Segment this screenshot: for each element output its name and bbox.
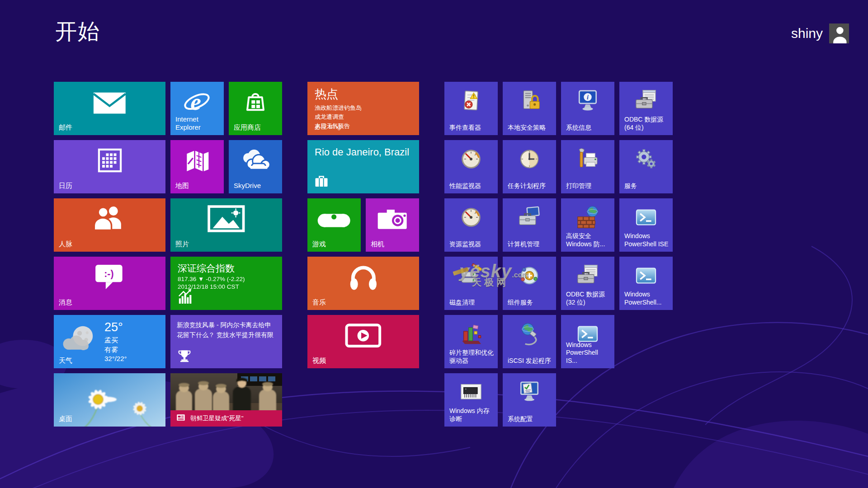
weather-city: 孟买 (104, 336, 127, 345)
bing-tile[interactable]: 热点渔政船漂进钓鱼岛成龙遭调查末日天气预告必应 Bing (307, 82, 419, 135)
tile-label: 计算机管理 (508, 240, 552, 249)
performance-monitor-tile[interactable]: 性能监视器 (444, 140, 498, 193)
weather-range: 32°/22° (104, 354, 127, 363)
skydrive-tile[interactable]: SkyDrive (229, 140, 282, 193)
maps-tile[interactable]: 地图 (170, 140, 224, 193)
calendar-tile[interactable]: 日历 (54, 140, 165, 193)
tile-label: 人脉 (59, 240, 162, 249)
stock-quote: 817.36 ▼ -0.27% (-2.22) (178, 276, 282, 282)
resource-monitor-tile[interactable]: 资源监视器 (444, 198, 498, 252)
people-tile[interactable]: 人脉 (54, 198, 165, 252)
gears-icon (633, 146, 659, 174)
tile-label: ODBC 数据源(32 位) (566, 291, 611, 306)
music-tile[interactable]: 音乐 (307, 257, 419, 310)
tile-label: 服务 (624, 182, 669, 190)
printer-wrench-icon (575, 146, 600, 174)
powershell-ise-tile[interactable]: WindowsPowerShell ISE (619, 198, 673, 252)
stock-index-name: 深证综合指数 (178, 262, 282, 275)
system-config-icon (517, 380, 542, 407)
memory-diagnostic-tile[interactable]: Windows 内存诊断 (444, 373, 498, 427)
messaging-icon: :-) (89, 262, 130, 294)
calendar-icon (94, 145, 125, 178)
tile-label: 应用商店 (234, 123, 278, 132)
iscsi-initiator-tile[interactable]: iSCSI 发起程序 (503, 315, 556, 368)
messaging-tile[interactable]: :-)消息 (54, 257, 165, 310)
tile-label: 视频 (312, 357, 415, 365)
tile-label: Windows 内存诊断 (449, 407, 494, 423)
powershell-icon (575, 321, 600, 348)
component-services-icon (517, 263, 542, 290)
task-scheduler-tile[interactable]: 任务计划程序 (503, 140, 556, 193)
sports-headline: 新浪竞技风暴 - 阿内尔卡离去给申花留下什么？ 竞技水平提升很有限 (177, 320, 276, 340)
svg-text::-): :-) (104, 268, 113, 279)
clock-icon (517, 146, 542, 174)
system-configuration-tile[interactable]: 系统配置 (503, 373, 556, 427)
tile-label: 相机 (371, 240, 415, 249)
desktop-tile[interactable]: 桌面 (54, 373, 165, 427)
games-tile[interactable]: 游戏 (307, 198, 361, 252)
news-caption: 朝鲜卫星疑成"死星" (190, 414, 244, 422)
computer-mgmt-icon (517, 205, 542, 232)
odbc-64-tile[interactable]: ODBC 数据源(64 位) (619, 82, 673, 135)
games-icon (315, 204, 353, 235)
weather-temp: 25° (104, 319, 127, 335)
photos-tile[interactable]: 照片 (170, 198, 282, 252)
weather-tile[interactable]: 25° 孟买 有雾 32°/22° 天气 (54, 315, 165, 368)
store-icon (241, 88, 270, 118)
security-policy-icon (517, 88, 542, 115)
powershell-icon (633, 263, 659, 290)
tile-label: 日历 (59, 182, 162, 190)
memory-chip-icon (458, 380, 484, 407)
local-security-policy-tile[interactable]: 本地安全策略 (503, 82, 556, 135)
windows-firewall-advanced-tile[interactable]: 高级安全Windows 防... (561, 198, 614, 252)
skydrive-icon (236, 146, 274, 177)
gauge-icon (458, 146, 484, 174)
music-icon (346, 262, 381, 294)
finance-tile[interactable]: 深证综合指数 817.36 ▼ -0.27% (-2.22) 2012/12/1… (170, 257, 282, 310)
mail-tile[interactable]: 邮件 (54, 82, 165, 135)
computer-management-tile[interactable]: 计算机管理 (503, 198, 556, 252)
tile-label: 地图 (175, 182, 220, 190)
tile-label: 照片 (175, 240, 278, 249)
store-tile[interactable]: 应用商店 (229, 82, 282, 135)
powershell-ise-2-tile[interactable]: WindowsPowerShell IS... (561, 315, 614, 368)
disk-cleanup-tile[interactable]: 磁盘清理 (444, 257, 498, 310)
user-account[interactable]: shiny (791, 23, 849, 43)
tile-label: 资源监视器 (449, 240, 494, 249)
camera-tile[interactable]: 相机 (366, 198, 419, 252)
weather-moon-cloud-icon (57, 322, 102, 359)
internet-explorer-tile[interactable]: eInternetExplorer (170, 82, 224, 135)
sports-news-tile[interactable]: 新浪竞技风暴 - 阿内尔卡离去给申花留下什么？ 竞技水平提升很有限 (170, 315, 282, 368)
travel-destination: Rio de Janeiro, Brazil (315, 146, 419, 158)
bing-news-item: 成龙遭调查 (315, 113, 419, 122)
odbc-icon (633, 88, 659, 115)
odbc-32-tile[interactable]: ODBC 数据源(32 位) (561, 257, 614, 310)
news-photo-tile[interactable]: 朝鲜卫星疑成"死星" (170, 373, 282, 427)
tile-label: WindowsPowerShell ISE (624, 232, 669, 248)
tile-label: 碎片整理和优化驱动器 (449, 349, 494, 365)
travel-tile[interactable]: Rio de Janeiro, Brazil (307, 140, 419, 193)
powershell-icon (633, 205, 659, 232)
component-services-tile[interactable]: 组件服务 (503, 257, 556, 310)
tile-label: 性能监视器 (449, 182, 494, 190)
services-tile[interactable]: 服务 (619, 140, 673, 193)
video-icon (343, 320, 384, 352)
event-viewer-tile[interactable]: !事件查看器 (444, 82, 498, 135)
svg-text:e: e (190, 88, 201, 115)
tile-label: 本地安全策略 (508, 124, 552, 132)
tile-label: 音乐 (312, 298, 415, 307)
ie-icon: e (183, 88, 212, 118)
event-viewer-icon: ! (458, 88, 484, 115)
mail-icon (89, 87, 130, 119)
people-icon (89, 203, 130, 236)
print-management-tile[interactable]: 打印管理 (561, 140, 614, 193)
photos-icon (206, 203, 247, 236)
defrag-optimize-drives-tile[interactable]: 碎片整理和优化驱动器 (444, 315, 498, 368)
powershell-tile[interactable]: WindowsPowerShell... (619, 257, 673, 310)
tile-label: 事件查看器 (449, 124, 494, 132)
tile-label: ODBC 数据源(64 位) (624, 116, 669, 131)
video-tile[interactable]: 视频 (307, 315, 419, 368)
defrag-icon (458, 321, 484, 348)
tile-label: InternetExplorer (175, 115, 220, 132)
system-information-tile[interactable]: i系统信息 (561, 82, 614, 135)
